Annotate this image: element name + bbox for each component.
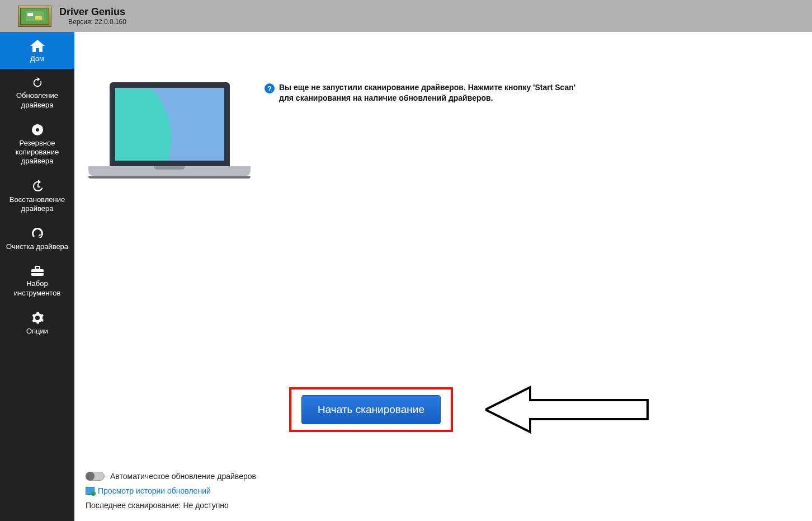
sidebar-item-update[interactable]: Обновление драйвера [0,69,74,115]
history-monitor-icon [86,487,95,495]
sidebar-item-options[interactable]: Опции [0,303,74,341]
svg-point-4 [36,128,39,132]
sidebar-item-tools[interactable]: Набор инструментов [0,257,74,303]
sidebar-item-label: Набор инструментов [2,279,72,298]
svg-rect-2 [35,16,42,20]
sidebar-item-clean[interactable]: Очистка драйвера [0,219,74,257]
clean-icon [2,227,72,240]
home-icon [2,40,72,52]
last-scan-text: Последнее сканирование: Не доступно [86,501,256,510]
app-logo [18,6,51,27]
update-history-link[interactable]: Просмотр истории обновлений [98,486,211,495]
info-message: Вы еще не запустили сканирование драйвер… [279,82,589,104]
sidebar-item-label: Резервное копирование драйвера [2,139,72,166]
main-content: ? Вы еще не запустили сканирование драйв… [74,32,812,521]
gear-icon [2,311,72,325]
svg-rect-10 [31,272,44,273]
sidebar-item-label: Обновление драйвера [2,91,72,110]
svg-rect-6 [37,186,40,187]
laptop-illustration [86,82,253,179]
annotation-highlight: Начать сканирование [289,387,453,432]
sidebar-item-label: Опции [2,327,72,336]
sidebar-item-label: Восстановление драйвера [2,195,72,214]
sidebar-item-backup[interactable]: Резервное копирование драйвера [0,115,74,172]
disc-icon [2,123,72,137]
sidebar-item-label: Очистка драйвера [2,242,72,251]
app-version: Версия: 22.0.0.160 [59,18,126,26]
info-icon: ? [265,83,275,93]
svg-marker-11 [485,387,648,432]
auto-update-toggle[interactable] [86,472,105,481]
history-icon [2,180,72,193]
toolbox-icon [2,265,72,277]
sidebar-item-label: Дом [2,54,72,63]
auto-update-label: Автоматическое обновление драйверов [110,472,256,481]
header-bar: Driver Genius Версия: 22.0.0.160 [0,0,812,32]
start-scan-button[interactable]: Начать сканирование [301,395,441,424]
app-title: Driver Genius [59,6,126,18]
refresh-icon [2,77,72,89]
sidebar: Дом Обновление драйвера Резервное копиро… [0,32,74,521]
svg-rect-9 [35,266,40,269]
svg-rect-1 [27,13,33,16]
sidebar-item-home[interactable]: Дом [0,32,74,69]
info-message-row: ? Вы еще не запустили сканирование драйв… [265,82,589,104]
annotation-arrow-icon [485,384,653,437]
sidebar-item-restore[interactable]: Восстановление драйвера [0,172,74,219]
